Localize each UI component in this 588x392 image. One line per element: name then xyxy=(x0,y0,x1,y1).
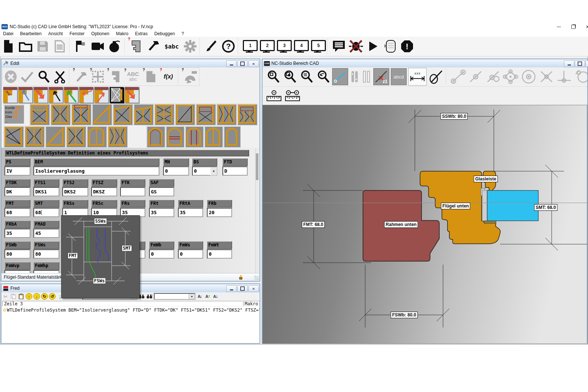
app-close-button[interactable]: ✕ xyxy=(582,24,588,30)
app-restore-button[interactable] xyxy=(568,24,579,30)
kunde-button[interactable]: Kunde Kom. Glas ... xyxy=(4,104,24,124)
zoom-selected-button[interactable] xyxy=(299,69,314,85)
cad-close-button[interactable]: ✕ xyxy=(585,60,588,67)
snap-endpoint-button[interactable] xyxy=(450,69,466,85)
window-thumb-r2-7[interactable] xyxy=(154,104,174,125)
resize-grip[interactable] xyxy=(254,276,259,280)
replace-combobox[interactable]: ▼ xyxy=(154,293,195,300)
window-thumb-r3-3[interactable] xyxy=(45,126,65,147)
annotate-button[interactable] xyxy=(428,69,443,85)
step-over-button[interactable]: ↻ xyxy=(41,293,48,300)
dimension-button[interactable]: xxx xyxy=(408,68,427,86)
field-saf-input[interactable]: GS xyxy=(149,187,174,196)
profile-thumb-3[interactable] xyxy=(33,87,49,104)
window-thumb-r3-5[interactable] xyxy=(87,126,107,147)
field-fts1-input[interactable]: DKS1 xyxy=(33,187,59,196)
stop-alert-button[interactable]: ! xyxy=(399,38,416,55)
profile-bars2-button[interactable] xyxy=(361,69,372,85)
eddi-grid-button[interactable]: ? xyxy=(89,69,106,85)
profile-thumb-5[interactable] xyxy=(64,87,79,104)
scrollbar-thumb[interactable] xyxy=(256,153,258,180)
bs-dropdown-button[interactable]: ▼ xyxy=(210,167,217,176)
field-frt-input[interactable]: 35 xyxy=(149,208,174,217)
dialog-form-button[interactable] xyxy=(381,38,399,55)
field-fmwhp-input[interactable] xyxy=(33,270,59,273)
messages-button[interactable] xyxy=(330,38,347,55)
part-label-fluegel[interactable]: Flügel unten xyxy=(441,203,470,209)
zoom-window-button[interactable] xyxy=(265,69,281,85)
eddi-profile-button[interactable]: ? xyxy=(106,69,123,85)
cad-minimize-button[interactable] xyxy=(564,60,574,67)
view-5-button[interactable]: 5 xyxy=(309,38,326,55)
field-fts2-input[interactable]: DKS2 xyxy=(62,187,88,196)
arch-thumb-4[interactable] xyxy=(204,126,223,147)
field-fmwb-input[interactable]: 0 xyxy=(149,249,174,259)
print-document-button[interactable] xyxy=(51,38,68,55)
view-2-button[interactable]: 2 xyxy=(258,38,275,55)
app-minimize-button[interactable] xyxy=(553,24,564,30)
snap-perpendicular-button[interactable] xyxy=(556,69,572,85)
video-button[interactable] xyxy=(89,38,106,55)
field-ftsz-input[interactable]: DKSZ xyxy=(91,187,117,196)
profile-step-button[interactable]: ? xyxy=(128,38,145,55)
run-button[interactable] xyxy=(364,38,381,55)
arch-thumb-2[interactable] xyxy=(166,126,184,147)
measure-line-button[interactable] xyxy=(332,68,348,85)
settings-button[interactable] xyxy=(182,38,199,55)
step-up-button[interactable]: ↑ xyxy=(26,293,32,300)
profile-bars-button[interactable] xyxy=(350,69,360,85)
window-thumb-r2-8[interactable] xyxy=(175,104,195,125)
profile-thumb-1[interactable] xyxy=(3,87,18,104)
profile-thumb-4[interactable] xyxy=(49,87,64,104)
field-fmwvp-input[interactable] xyxy=(4,270,30,273)
field-ftdk-input[interactable]: DK xyxy=(4,187,30,196)
step-back-button[interactable]: ↺ xyxy=(49,293,56,300)
window-thumb-r2-4[interactable] xyxy=(92,104,112,125)
paint-button[interactable] xyxy=(203,38,220,55)
view-1-button[interactable]: 1 xyxy=(241,38,258,55)
menu-bearbeiten[interactable]: Bearbeiten xyxy=(20,31,42,36)
profile-thumb-6[interactable] xyxy=(79,87,94,104)
field-fmws-input[interactable]: 0 xyxy=(178,249,203,259)
save-button[interactable] xyxy=(34,38,51,55)
arch-thumb-3[interactable] xyxy=(185,126,204,147)
eddi-minimize-button[interactable] xyxy=(226,60,237,67)
menu-optionen[interactable]: Optionen xyxy=(91,31,109,36)
menu-makro[interactable]: Makro xyxy=(116,31,128,36)
window-thumb-r2-5[interactable] xyxy=(113,104,133,125)
case-lower-button[interactable]: A xyxy=(212,293,219,300)
help-button[interactable]: ? xyxy=(220,38,237,55)
window-thumb-r3-2[interactable] xyxy=(24,126,44,147)
eddi-maximize-button[interactable] xyxy=(237,60,248,67)
field-fmad-input[interactable]: 45 xyxy=(33,229,59,238)
dim-label-fmt[interactable]: FMT: 68.0 xyxy=(302,221,325,228)
zoom-extents-button[interactable] xyxy=(282,69,297,85)
fred-maximize-button[interactable] xyxy=(237,285,248,292)
profile-thumb-8[interactable] xyxy=(109,87,125,104)
step-down-button[interactable]: ↓ xyxy=(33,293,40,300)
field-frb-input[interactable]: 20 xyxy=(207,208,232,217)
window-thumb-r2-11[interactable] xyxy=(237,104,257,125)
measure-distance-button[interactable] xyxy=(284,87,301,104)
eddi-build-button[interactable]: ? xyxy=(72,69,89,85)
field-bem-input[interactable]: Isolierverglasung xyxy=(33,166,159,176)
profile-thumb-7[interactable] xyxy=(94,87,109,104)
eddi-doc-button[interactable]: ? xyxy=(142,69,159,85)
menu-help[interactable]: ? xyxy=(182,31,184,36)
part-label-rahmen[interactable]: Rahmen unten xyxy=(384,221,418,228)
view-4-button[interactable]: 4 xyxy=(292,38,309,55)
eddi-text-button[interactable]: ? ABC abc xyxy=(124,69,142,85)
snap-center-button[interactable] xyxy=(520,69,537,85)
eddi-titlebar[interactable]: Eddi xyxy=(1,59,260,67)
fred-minimize-button[interactable] xyxy=(226,285,237,292)
part-label-glasleiste[interactable]: Glasleiste xyxy=(474,176,498,182)
copy-button[interactable] xyxy=(10,293,17,300)
window-thumb-r2-3[interactable] xyxy=(71,104,91,125)
profile-thumb-2[interactable] xyxy=(18,87,33,104)
case-button[interactable]: A xyxy=(196,293,203,300)
debug-off-button[interactable] xyxy=(347,38,364,55)
window-thumb-r2-2[interactable] xyxy=(50,104,70,125)
zoom-previous-button[interactable] xyxy=(316,69,331,85)
field-ftd-input[interactable]: D xyxy=(222,166,248,176)
field-fsws-input[interactable]: 80 xyxy=(33,249,59,259)
